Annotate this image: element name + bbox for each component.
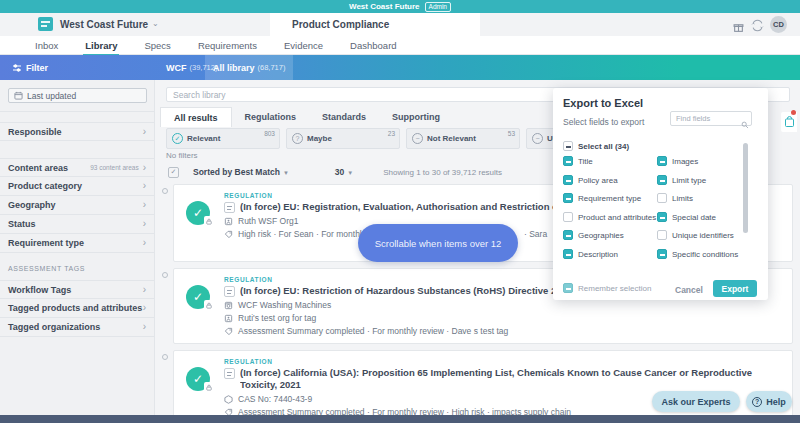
chevron-right-icon: › (143, 164, 146, 172)
page-size-dropdown[interactable]: 30▼ (335, 167, 353, 177)
tab-all-results[interactable]: All results (160, 107, 232, 127)
result-title[interactable]: (In force) EU: Restriction of Hazardous … (240, 285, 601, 296)
sort-dropdown[interactable]: Sorted by Best Match▼ (193, 167, 289, 177)
result-row[interactable]: ✓ REGULATION (In force) California (USA)… (173, 350, 793, 423)
field-option[interactable]: Specific conditions (657, 249, 738, 259)
field-checkbox[interactable] (657, 230, 667, 240)
sidebar-item-content-areas[interactable]: Content areas 93 content areas › (0, 158, 154, 177)
field-checkbox[interactable] (657, 249, 667, 259)
select-all-results-checkbox[interactable]: ✓ (168, 167, 179, 178)
field-label: Special date (672, 213, 716, 222)
tab-all-library[interactable]: All library (68,717) (205, 55, 293, 80)
field-checkbox[interactable] (563, 249, 573, 259)
field-option[interactable]: Special date (657, 212, 716, 222)
field-checkbox[interactable] (563, 156, 573, 166)
sidebar-item-tagged-organizations[interactable]: Tagged organizations› (0, 318, 154, 337)
sidebar-item-requirement-type[interactable]: Requirement type› (0, 234, 154, 253)
field-option[interactable]: Description (563, 249, 618, 259)
basket-icon[interactable] (781, 112, 797, 132)
cancel-button[interactable]: Cancel (675, 285, 703, 295)
field-option[interactable]: Unique identifiers (657, 230, 734, 240)
last-updated-filter[interactable]: Last updated (8, 88, 147, 103)
field-checkbox[interactable] (563, 175, 573, 185)
results-toolbar: ✓ Sorted by Best Match▼ 30▼ Showing 1 to… (168, 164, 502, 180)
org-switcher[interactable]: West Coast Future (60, 19, 148, 30)
field-checkbox[interactable] (563, 212, 573, 222)
select-all-fields[interactable]: Select all (34) (563, 141, 629, 151)
field-checkbox[interactable] (657, 175, 667, 185)
select-all-checkbox[interactable] (563, 141, 573, 151)
gift-icon[interactable] (733, 19, 744, 37)
field-option[interactable]: Product and attributes (563, 212, 656, 222)
sidebar-item-tagged-products[interactable]: Tagged products and attributes› (0, 299, 154, 318)
question-icon: ? (752, 397, 762, 407)
field-option[interactable]: Geographies (563, 230, 624, 240)
chevron-right-icon: › (143, 286, 146, 294)
help-button[interactable]: ? Help (746, 391, 792, 412)
divider (0, 111, 154, 112)
tab-supporting[interactable]: Supporting (379, 107, 453, 127)
relevance-filter-relevant[interactable]: ✓ Relevant 803 (166, 128, 280, 149)
tab-standards[interactable]: Standards (309, 107, 379, 127)
remember-selection-option[interactable]: Remember selection (563, 283, 651, 293)
field-option[interactable]: Title (563, 156, 593, 166)
field-option[interactable]: Limits (657, 193, 693, 203)
field-checkbox[interactable] (657, 193, 667, 203)
field-option[interactable]: Limit type (657, 175, 706, 185)
sidebar-item-label: Status (8, 219, 36, 229)
sidebar-item-product-category[interactable]: Product category› (0, 177, 154, 196)
field-option[interactable]: Images (657, 156, 698, 166)
nav-item-inbox[interactable]: Inbox (35, 40, 58, 51)
field-label: Title (578, 157, 593, 166)
filters-sidebar: Last updated Responsible› Content areas … (0, 80, 155, 415)
sidebar-item-status[interactable]: Status› (0, 215, 154, 234)
check-circle-icon: ✓ (172, 133, 183, 144)
select-all-label: Select all (34) (578, 142, 629, 151)
field-checkbox[interactable] (563, 193, 573, 203)
nav-item-library[interactable]: Library (85, 40, 117, 51)
relevance-count: 23 (388, 130, 395, 137)
sidebar-item-label: Responsible (8, 127, 62, 137)
nav-item-requirements[interactable]: Requirements (198, 40, 257, 51)
chevron-right-icon: › (143, 182, 146, 190)
assessed-status-icon: ✓ (186, 201, 210, 225)
find-fields-input[interactable] (670, 111, 752, 126)
filter-label: Filter (26, 63, 48, 73)
field-checkbox[interactable] (657, 156, 667, 166)
chevron-down-icon: ⌄ (152, 19, 159, 28)
nav-item-dashboard[interactable]: Dashboard (350, 40, 396, 51)
sidebar-item-workflow-tags[interactable]: Workflow Tags› (0, 280, 154, 299)
field-label: Images (672, 157, 698, 166)
export-button[interactable]: Export (713, 280, 757, 297)
field-option[interactable]: Requirement type (563, 193, 641, 203)
sidebar-item-responsible[interactable]: Responsible› (0, 122, 154, 141)
sidebar-item-geography[interactable]: Geography› (0, 196, 154, 215)
relevance-count: 803 (264, 130, 275, 137)
filter-button[interactable]: Filter (12, 55, 48, 80)
remember-selection-checkbox[interactable] (563, 283, 573, 293)
lock-icon (204, 300, 213, 310)
field-checkbox[interactable] (563, 230, 573, 240)
nav-item-evidence[interactable]: Evidence (284, 40, 323, 51)
app-header: West Coast Future ⌄ Product Compliance C… (0, 13, 800, 36)
chevron-down-icon: ▼ (347, 170, 353, 176)
result-category: REGULATION (224, 358, 782, 365)
sidebar-item-label: Content areas (8, 163, 68, 173)
relevance-filter-maybe[interactable]: ? Maybe 23 (286, 128, 400, 149)
minus-circle-icon: − (532, 133, 543, 144)
result-title[interactable]: (In force) California (USA): Proposition… (240, 367, 782, 391)
nav-item-specs[interactable]: Specs (144, 40, 170, 51)
field-option[interactable]: Policy area (563, 175, 618, 185)
ask-our-experts-button[interactable]: Ask our Experts (652, 391, 740, 412)
user-avatar[interactable]: CD (770, 16, 787, 33)
export-to-excel-modal: Export to Excel Select fields to export … (553, 88, 768, 300)
field-checkbox[interactable] (657, 212, 667, 222)
classic-mode-icon[interactable] (751, 18, 764, 36)
tab-regulations[interactable]: Regulations (232, 107, 310, 127)
modal-title: Export to Excel (563, 97, 643, 109)
calendar-icon (14, 91, 23, 100)
sidebar-item-label: Workflow Tags (8, 285, 71, 295)
tab-product-compliance[interactable]: Product Compliance (270, 13, 480, 36)
modal-scrollbar-thumb[interactable] (743, 143, 748, 233)
relevance-filter-not-relevant[interactable]: − Not Relevant 53 (406, 128, 520, 149)
